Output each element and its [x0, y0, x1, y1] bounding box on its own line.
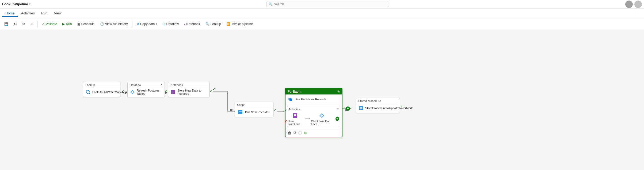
- svg-rect-33: [359, 106, 363, 110]
- dataflow-button[interactable]: ⬡ Dataflow: [160, 21, 181, 27]
- tag-button[interactable]: 🏷: [12, 21, 19, 27]
- pipeline-canvas[interactable]: ✓ Lookup LookUpOldWaterMarkActivity ✓ Da…: [0, 30, 644, 170]
- lookup-icon: 🔍: [205, 22, 209, 26]
- dataflow-success-check: ✓: [165, 89, 168, 93]
- notebook-icon: ▪: [184, 22, 185, 26]
- run-icon: ▶: [62, 22, 65, 26]
- foreach-toolbar: 🗑 ⧉ ⬡ ⊕: [285, 129, 342, 137]
- mini-notebook-icon: [292, 112, 299, 119]
- add-activity-button[interactable]: +: [336, 117, 339, 121]
- menu-run[interactable]: Run: [38, 10, 51, 17]
- dataflow-node-icon: [130, 89, 135, 95]
- avatar-group: [625, 1, 642, 8]
- notebook-button[interactable]: ▪ Notebook: [182, 21, 202, 27]
- activities-nodes: Item Notebook Checkpoint On Each...: [288, 112, 339, 126]
- notebook-node[interactable]: Notebook Store New Data to Postares: [168, 82, 209, 97]
- svg-marker-26: [309, 118, 310, 120]
- history-icon: 🕐: [100, 22, 104, 26]
- foreach-subnode: For Each New Records: [285, 94, 342, 104]
- sp-node-icon: [358, 105, 364, 111]
- foreach-container[interactable]: ForEach ⤡ For Each New Records Activitie…: [285, 88, 342, 137]
- mini-node-notebook[interactable]: Item Notebook: [288, 112, 303, 126]
- validate-button[interactable]: ✓ Validate: [40, 21, 59, 27]
- undo-button[interactable]: ↩: [28, 21, 35, 27]
- copy-icon: ⧉: [137, 22, 139, 26]
- svg-line-6: [89, 93, 90, 94]
- dataflow-node[interactable]: Dataflow ↗ Refresh Postgres Tables: [127, 82, 165, 97]
- sp-success-check: ✓: [400, 104, 403, 108]
- menu-bar: Home Activities Run View: [0, 9, 644, 18]
- copy-chevron-icon: ▾: [156, 22, 157, 25]
- svg-marker-30: [350, 108, 352, 109]
- mini-node-checkpoint[interactable]: Checkpoint On Each...: [311, 112, 333, 126]
- search-input-wrap: 🔍: [266, 2, 389, 7]
- foreach-skip-indicator: →: [284, 130, 288, 134]
- search-input[interactable]: [274, 2, 387, 6]
- save-button[interactable]: 💾: [2, 21, 10, 27]
- lookup-node-header: Lookup: [83, 82, 120, 87]
- foreach-add-btn[interactable]: ⊕: [303, 130, 307, 136]
- svg-rect-12: [172, 93, 173, 93]
- script-node-body: Pull New Records: [235, 107, 273, 117]
- foreach-right-check: ✓: [343, 106, 346, 110]
- validate-icon: ✓: [42, 22, 45, 26]
- search-icon: 🔍: [269, 2, 273, 6]
- invoke-pipeline-button[interactable]: ⏩ Invoke pipeline: [224, 21, 255, 27]
- lookup-node[interactable]: Lookup LookUpOldWaterMarkActivity: [83, 82, 120, 97]
- svg-text:+: +: [347, 107, 349, 110]
- notebook-success-check: ✓: [210, 89, 213, 93]
- top-bar: LookupPipeline ▾ 🔍: [0, 0, 644, 9]
- avatar: [625, 1, 633, 8]
- dataflow-node-header: Dataflow ↗: [128, 82, 165, 87]
- activities-box: Activities ✏ Item Notebook: [287, 106, 340, 127]
- calendar-icon: ▦: [77, 22, 80, 26]
- script-success-check: ✓: [274, 108, 277, 112]
- svg-rect-21: [289, 98, 292, 101]
- toolbar: 💾 🏷 ⚙ ↩ ✓ Validate ▶ Run ▦ Schedule 🕐 Vi…: [0, 18, 644, 30]
- pipeline-name[interactable]: LookupPipeline ▾: [2, 2, 31, 6]
- copy-data-button[interactable]: ⧉ Copy data ▾: [135, 21, 159, 27]
- sp-node-header: Stored procedure: [356, 98, 400, 103]
- search-bar: 🔍: [33, 2, 623, 7]
- view-run-history-button[interactable]: 🕐 View run history: [98, 21, 130, 27]
- chevron-down-icon: ▾: [29, 3, 31, 6]
- dataflow-icon: ⬡: [162, 22, 165, 26]
- svg-point-31: [346, 106, 350, 111]
- menu-home[interactable]: Home: [2, 10, 18, 17]
- foreach-delete-btn[interactable]: 🗑: [287, 130, 292, 136]
- svg-rect-11: [172, 92, 174, 92]
- notebook-node-icon: [170, 89, 176, 95]
- mini-node-arrow: [304, 116, 310, 122]
- script-node-header: Script: [235, 102, 273, 107]
- settings-button[interactable]: ⚙: [20, 21, 27, 27]
- invoke-icon: ⏩: [226, 22, 230, 26]
- dataflow-node-body: Refresh Postgres Tables: [128, 87, 165, 97]
- schedule-button[interactable]: ▦ Schedule: [75, 21, 97, 27]
- script-node-icon: [237, 109, 243, 115]
- activities-label: Activities ✏: [288, 107, 339, 111]
- lookup-success-check: ✓: [121, 89, 124, 93]
- foreach-header: ForEach ⤡: [285, 89, 342, 94]
- lookup-node-icon: [85, 89, 91, 95]
- lookup-button[interactable]: 🔍 Lookup: [203, 21, 223, 27]
- notebook-node-header: Notebook: [168, 82, 209, 87]
- script-node[interactable]: Script Pull New Records: [235, 102, 273, 117]
- svg-text:✓: ✓: [213, 87, 215, 91]
- svg-rect-23: [294, 114, 296, 115]
- foreach-clone-btn[interactable]: ⬡: [298, 130, 302, 136]
- foreach-expand-icon[interactable]: ⤡: [337, 90, 340, 93]
- svg-rect-10: [172, 91, 174, 91]
- stored-procedure-node[interactable]: Stored procedure StoreProcedureToUpdateW…: [356, 98, 400, 113]
- foreach-success-indicator: ✓: [284, 109, 287, 113]
- activities-edit-icon[interactable]: ✏: [337, 107, 339, 111]
- separator-2: [132, 21, 132, 27]
- foreach-fail-indicator: ✕: [284, 119, 287, 123]
- menu-view[interactable]: View: [51, 10, 65, 17]
- run-button[interactable]: ▶ Run: [60, 21, 74, 27]
- separator-1: [37, 21, 38, 27]
- foreach-subnode-icon: [288, 96, 294, 102]
- menu-activities[interactable]: Activities: [18, 10, 38, 17]
- dataflow-external-icon: ↗: [160, 84, 162, 86]
- sp-node-body: StoreProcedureToUpdateWaterMark: [356, 103, 400, 113]
- foreach-copy-btn[interactable]: ⧉: [293, 130, 297, 136]
